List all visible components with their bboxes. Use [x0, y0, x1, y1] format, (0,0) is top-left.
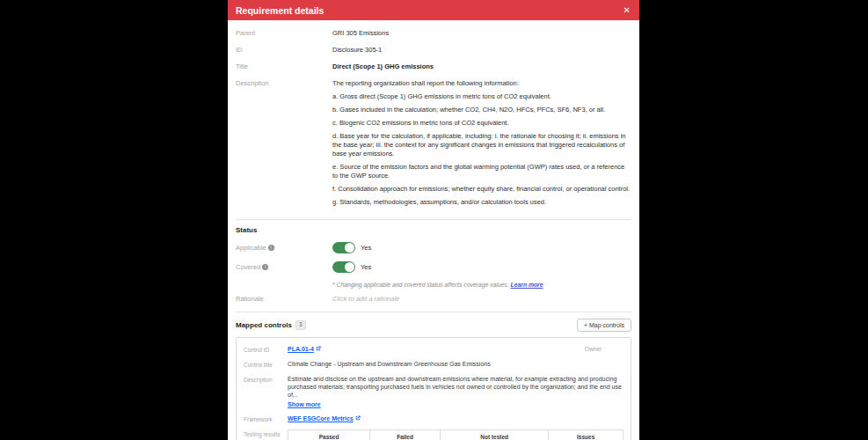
- id-value: Disclosure 305-1: [332, 46, 631, 55]
- close-icon[interactable]: ✕: [622, 4, 632, 17]
- control-id-label: Control ID: [244, 345, 288, 354]
- show-more-link[interactable]: Show more: [288, 400, 321, 408]
- external-link-icon: [316, 345, 321, 353]
- description-paragraph: c. Biogenic CO2 emissions in metric tons…: [332, 119, 631, 128]
- modal-body: Parent GRI 305 Emissions ID Disclosure 3…: [228, 20, 639, 440]
- description-paragraph: e. Source of the emission factors and th…: [332, 163, 631, 180]
- parent-field: Parent GRI 305 Emissions: [236, 29, 631, 38]
- rationale-field: Rationale Click to add a rationale: [236, 295, 631, 304]
- description-paragraph: g. Standards, methodologies, assumptions…: [332, 198, 631, 207]
- control-description-row: Description Estimate and disclose on the…: [244, 375, 624, 408]
- info-icon: i: [268, 245, 274, 251]
- id-field: ID Disclosure 305-1: [236, 46, 631, 55]
- requirement-details-modal: Requirement details ✕ Parent GRI 305 Emi…: [228, 0, 639, 440]
- divider: [236, 219, 631, 220]
- rationale-input[interactable]: Click to add a rationale: [332, 295, 631, 304]
- description-paragraph: b. Gases included in the calculation; wh…: [332, 106, 631, 114]
- control-id-link[interactable]: PLA.01-4: [288, 346, 314, 352]
- applicable-row: Applicablei Yes: [236, 242, 631, 253]
- modal-title: Requirement details: [236, 5, 324, 16]
- status-note: * Changing applicable and covered status…: [332, 281, 631, 289]
- covered-row: Coveredi Yes: [236, 261, 631, 273]
- description-paragraph: The reporting organization shall report …: [332, 79, 631, 88]
- applicable-value: Yes: [361, 244, 371, 252]
- divider: [236, 312, 631, 312]
- testing-results-row: Testing results Passed Failed Not tested…: [244, 429, 624, 440]
- learn-more-link[interactable]: Learn more: [511, 282, 543, 288]
- results-header-issues: Issues: [549, 430, 624, 440]
- applicable-label: Applicable: [236, 244, 266, 252]
- toggle-knob: [345, 262, 354, 272]
- status-note-text: * Changing applicable and covered status…: [332, 282, 509, 288]
- toggle-knob: [345, 243, 354, 253]
- control-title-value: Climate Change - Upstream and Downstream…: [288, 360, 624, 369]
- mapped-control-card: Control ID PLA.01-4 Owner Control title …: [236, 337, 631, 440]
- framework-link[interactable]: WEF ESGCore Metrics: [288, 415, 354, 422]
- title-label: Title: [236, 62, 332, 71]
- title-field: Title Direct (Scope 1) GHG emissions: [236, 62, 631, 71]
- framework-row: Framework WEF ESGCore Metrics: [244, 414, 624, 423]
- description-paragraph: a. Gross direct (Scope 1) GHG emissions …: [332, 92, 631, 101]
- covered-value: Yes: [361, 263, 371, 271]
- description-paragraph: f. Consolidation approach for emissions;…: [332, 185, 631, 194]
- control-title-row: Control title Climate Change - Upstream …: [244, 360, 624, 369]
- map-controls-button[interactable]: + Map controls: [577, 319, 631, 332]
- covered-toggle[interactable]: [332, 261, 355, 273]
- parent-value: GRI 305 Emissions: [332, 29, 631, 38]
- description-paragraph: d. Base year for the calculation, if app…: [332, 132, 631, 158]
- description-label: Description: [236, 79, 332, 211]
- description-value: The reporting organization shall report …: [332, 79, 631, 211]
- mapped-controls-count-badge: 3: [295, 320, 306, 330]
- modal-header: Requirement details ✕: [228, 0, 639, 20]
- mapped-controls-heading: Mapped controls: [236, 321, 292, 329]
- testing-results-table: Passed Failed Not tested Issues 1 0 0 0: [288, 429, 624, 440]
- results-header-not-tested: Not tested: [440, 430, 548, 440]
- framework-label: Framework: [244, 414, 288, 423]
- id-label: ID: [236, 46, 332, 55]
- title-value: Direct (Scope 1) GHG emissions: [332, 62, 631, 71]
- rationale-label: Rationale: [236, 295, 332, 304]
- info-icon: i: [262, 264, 268, 270]
- parent-label: Parent: [236, 29, 332, 38]
- control-title-label: Control title: [244, 360, 288, 369]
- mapped-controls-header: Mapped controls 3 + Map controls: [236, 319, 631, 332]
- covered-label: Covered: [236, 263, 260, 271]
- results-header-failed: Failed: [370, 430, 441, 440]
- control-id-row: Control ID PLA.01-4 Owner: [244, 345, 624, 354]
- control-description-label: Description: [244, 375, 288, 408]
- control-description-value: Estimate and disclose on the upstream an…: [288, 376, 622, 398]
- description-field: Description The reporting organization s…: [236, 79, 631, 211]
- external-link-icon: [355, 414, 361, 422]
- applicable-toggle[interactable]: [332, 242, 355, 253]
- results-header-passed: Passed: [288, 430, 370, 440]
- owner-label: Owner: [585, 345, 624, 354]
- testing-results-label: Testing results: [244, 429, 288, 440]
- status-heading: Status: [236, 226, 631, 234]
